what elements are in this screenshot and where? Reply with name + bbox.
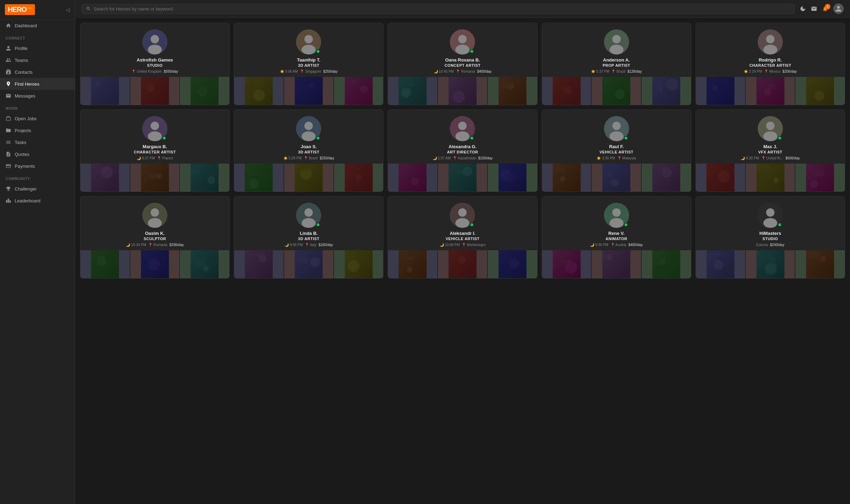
hero-card[interactable]: Oana Roxana B. CONCEPT ARTIST 🌙 10:45 PM… (388, 23, 537, 105)
sidebar-item-projects[interactable]: Projects (0, 124, 75, 136)
sidebar-item-label: Teams (15, 58, 28, 63)
svg-rect-29 (407, 83, 414, 87)
portfolio-thumb (696, 250, 745, 278)
online-indicator (316, 49, 320, 53)
portfolio-thumb (234, 164, 283, 192)
sidebar-item-find-heroes[interactable]: Find Heroes (0, 78, 75, 90)
hero-name: Margaux B. (85, 144, 224, 149)
sidebar-item-leaderboard[interactable]: Leaderboard (0, 195, 75, 207)
hero-card[interactable]: Rodrigo R. CHARACTER ARTIST ☀️ 2:29 PM📍 … (696, 23, 845, 105)
hero-card[interactable]: Aleksandr I. VEHICLE ARTIST 🌙 10:06 PM📍 … (388, 196, 537, 279)
hero-meta: Estonia$240/day (701, 243, 840, 247)
sidebar-item-profile[interactable]: Profile (0, 42, 75, 54)
svg-rect-41 (560, 86, 571, 90)
hero-role: VEHICLE ARTIST (547, 150, 686, 154)
hero-card[interactable]: Astrofish Games STUDIO 📍 United Kingdom$… (80, 23, 230, 105)
sidebar-section-community: COMMUNITY (0, 172, 75, 183)
portfolio-thumb (130, 164, 180, 192)
svg-point-91 (462, 166, 472, 176)
hero-card[interactable]: Max J. VFX ARTIST 🌙 8:30 PM📍 United Ki..… (696, 109, 845, 192)
hero-portfolio (696, 77, 845, 105)
hero-role: VEHICLE ARTIST (393, 237, 532, 241)
sidebar-item-quotes[interactable]: Quotes (0, 148, 75, 160)
hero-card[interactable]: Alexandra G. ART DIRECTOR 🌙 1:37 AM📍 Kaz… (388, 109, 537, 192)
hero-card-top: Oasim K. SCULPTOR 🌙 10:34 PM📍 Romania$33… (80, 196, 229, 250)
svg-point-86 (455, 131, 469, 141)
svg-point-148 (407, 267, 413, 273)
hero-rate: $400/day (628, 243, 643, 247)
svg-point-85 (458, 122, 467, 130)
dark-mode-toggle[interactable] (800, 6, 806, 12)
online-indicator (470, 49, 474, 53)
sidebar-item-label: Tasks (15, 140, 26, 145)
hero-role: STUDIO (85, 63, 224, 67)
hero-portfolio (80, 164, 229, 192)
svg-rect-128 (144, 255, 151, 260)
hero-card[interactable]: Linda B. 3D ARTIST 🌙 9:06 PM📍 Italy$160/… (234, 196, 383, 279)
svg-rect-140 (297, 258, 308, 263)
moon-icon (800, 6, 806, 12)
hero-role: CONCEPT ARTIST (393, 63, 532, 67)
svg-point-76 (249, 179, 259, 189)
hero-location: 📍 Montenegro (462, 243, 485, 247)
search-bar[interactable] (81, 4, 795, 14)
sidebar-item-payments[interactable]: Payments (0, 160, 75, 172)
user-avatar[interactable] (833, 3, 844, 14)
svg-point-58 (815, 91, 824, 101)
hero-card[interactable]: Oasim K. SCULPTOR 🌙 10:34 PM📍 Romania$33… (80, 196, 230, 279)
hero-role: PROP ARTIST (547, 63, 686, 67)
svg-rect-92 (455, 169, 463, 174)
svg-rect-44 (603, 80, 608, 86)
svg-point-73 (304, 122, 313, 130)
svg-point-178 (820, 256, 826, 261)
sidebar-item-label: Dashboard (15, 23, 37, 28)
portfolio-thumb (130, 77, 180, 105)
sidebar-item-challenger[interactable]: Challenger (0, 183, 75, 195)
hero-card-top: Taanthip T. 3D ARTIST ☀️ 5:06 AM📍 Singap… (234, 23, 383, 77)
hero-name: Rene V. (547, 231, 686, 236)
hero-card[interactable]: Taanthip T. 3D ARTIST ☀️ 5:06 AM📍 Singap… (234, 23, 383, 105)
hero-time: 🌙 10:06 PM (440, 243, 460, 247)
hero-meta: 🌙 10:06 PM📍 Montenegro (393, 243, 532, 247)
portfolio-thumb (284, 164, 333, 192)
hero-name: Oana Roxana B. (393, 57, 532, 63)
hero-card[interactable]: HiMasters STUDIO Estonia$240/day (696, 196, 845, 279)
hero-time: 🌙 10:34 PM (126, 243, 146, 247)
hero-card[interactable]: Anderson A. PROP ARTIST ☀️ 5:37 PM📍 Braz… (542, 23, 691, 105)
hero-role: 3D ARTIST (239, 150, 378, 154)
svg-point-55 (763, 88, 771, 96)
svg-point-14 (302, 45, 316, 55)
messages-topbar-button[interactable] (811, 6, 817, 12)
search-input[interactable] (94, 6, 790, 12)
svg-rect-137 (254, 253, 264, 257)
main-content: 2 Astrofish Games STUDIO 📍 (75, 0, 850, 504)
portfolio-thumb (234, 77, 283, 105)
sidebar-item-dashboard[interactable]: Dashboard (0, 20, 75, 31)
portfolio-thumb (542, 250, 591, 278)
svg-rect-119 (814, 170, 824, 177)
sidebar-item-tasks[interactable]: Tasks (0, 136, 75, 148)
hero-meta: 📍 United Kingdom$550/day (85, 70, 224, 73)
svg-rect-125 (91, 250, 96, 254)
hero-card-top: HiMasters STUDIO Estonia$240/day (696, 196, 845, 250)
hero-role: CHARACTER ARTIST (85, 150, 224, 154)
portfolio-thumb (180, 77, 229, 105)
hero-card[interactable]: Rene V. ANIMATOR 🌙 9:30 PM📍 Austria$400/… (542, 196, 691, 279)
hero-card[interactable]: Raul F. VEHICLE ARTIST ☀️ 3:30 PM📍 Malay… (542, 109, 691, 192)
sidebar-item-contacts[interactable]: Contacts (0, 66, 75, 78)
hero-role: 3D ARTIST (239, 237, 378, 241)
sidebar-collapse-button[interactable]: ◁ (66, 7, 70, 13)
sidebar-item-teams[interactable]: Teams (0, 54, 75, 66)
hero-rate: $160/day (478, 156, 492, 160)
hero-card[interactable]: Joao S. 3D ARTIST ☀️ 5:29 PM📍 Brazil$250… (234, 109, 383, 192)
hero-portfolio (542, 250, 691, 278)
hero-role: STUDIO (701, 237, 840, 241)
app-logo[interactable]: HEROindie (5, 4, 35, 15)
hero-card[interactable]: Margaux B. CHARACTER ARTIST 🌙 9:37 PM📍 F… (80, 109, 230, 192)
sidebar-item-messages[interactable]: Messages (0, 90, 75, 102)
hero-portfolio (80, 250, 229, 278)
portfolio-thumb (642, 250, 691, 278)
hero-avatar (142, 29, 167, 55)
sidebar-item-open-jobs[interactable]: Open Jobs (0, 113, 75, 124)
notifications-button[interactable]: 2 (822, 6, 828, 12)
